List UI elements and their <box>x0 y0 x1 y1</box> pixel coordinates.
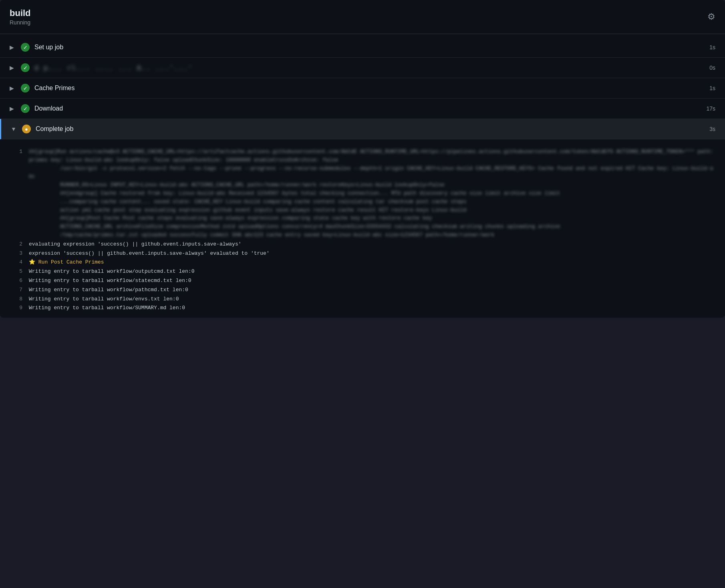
step-left: ▶ ✓ d p... rl... .... ... A.. ...'...' <box>10 63 193 72</box>
log-text: evaluating expression 'success() || gith… <box>29 240 242 249</box>
step-duration: 17s <box>706 105 715 112</box>
chevron-down-icon: ▼ <box>11 126 17 132</box>
step-label-blurred: d p... rl... .... ... A.. ...'...' <box>34 64 193 72</box>
step-left: ▶ ✓ Download <box>10 104 63 113</box>
step-item-complete-job[interactable]: ▼ ● Complete job 3s <box>0 119 725 139</box>
line-number: 8 <box>10 295 22 304</box>
log-line: 7 Writing entry to tarball workflow/path… <box>0 286 725 295</box>
log-line: 1 ##[group]Run actions/cache@v3 ACTIONS_… <box>0 147 725 240</box>
step-item-download[interactable]: ▶ ✓ Download 17s <box>0 99 725 119</box>
step-item-blurred[interactable]: ▶ ✓ d p... rl... .... ... A.. ...'...' 0… <box>0 58 725 78</box>
build-status: Running <box>10 19 31 26</box>
step-left: ▶ ✓ Set up job <box>10 43 63 52</box>
main-container: build Running ⚙ ▶ ✓ Set up job 1s ▶ ✓ d … <box>0 0 725 318</box>
log-line: 3 expression 'success() || github.event.… <box>0 249 725 258</box>
step-label: Set up job <box>34 44 63 51</box>
line-number: 4 <box>10 258 22 267</box>
log-text-blurred: ##[group]Run actions/cache@v3 ACTIONS_CA… <box>29 148 715 240</box>
status-running-icon: ● <box>22 125 31 133</box>
step-label: Cache Primes <box>34 85 75 92</box>
line-number: 1 <box>10 148 22 156</box>
step-item-cache-primes[interactable]: ▶ ✓ Cache Primes 1s <box>0 78 725 99</box>
log-text: Writing entry to tarball workflow/pathcm… <box>29 286 188 294</box>
log-line: 4 ⭐ Run Post Cache Primes <box>0 258 725 267</box>
chevron-right-icon: ▶ <box>10 105 16 112</box>
line-number: 7 <box>10 286 22 294</box>
chevron-right-icon: ▶ <box>10 85 16 91</box>
log-line: 8 Writing entry to tarball workflow/envs… <box>0 295 725 304</box>
step-duration: 0s <box>709 64 715 71</box>
page-title: build <box>10 8 31 18</box>
chevron-right-icon: ▶ <box>10 64 16 71</box>
status-success-icon: ✓ <box>21 63 30 72</box>
log-text: Writing entry to tarball workflow/SUMMAR… <box>29 304 185 312</box>
step-duration: 3s <box>709 126 715 132</box>
log-text-star: ⭐ Run Post Cache Primes <box>29 258 104 267</box>
status-success-icon: ✓ <box>21 104 30 113</box>
header: build Running ⚙ <box>0 0 725 34</box>
step-left: ▶ ✓ Cache Primes <box>10 84 75 93</box>
status-success-icon: ✓ <box>21 84 30 93</box>
line-number: 5 <box>10 268 22 276</box>
log-line: 2 evaluating expression 'success() || gi… <box>0 240 725 249</box>
log-line: 9 Writing entry to tarball workflow/SUMM… <box>0 304 725 313</box>
line-number: 3 <box>10 250 22 258</box>
log-text: expression 'success() || github.event.in… <box>29 250 270 258</box>
log-text: Writing entry to tarball workflow/output… <box>29 268 194 276</box>
log-output: 1 ##[group]Run actions/cache@v3 ACTIONS_… <box>0 143 725 318</box>
log-text: Writing entry to tarball workflow/statec… <box>29 277 191 285</box>
header-left: build Running <box>10 8 31 26</box>
steps-list: ▶ ✓ Set up job 1s ▶ ✓ d p... rl... .... … <box>0 34 725 143</box>
status-success-icon: ✓ <box>21 43 30 52</box>
step-label: Complete job <box>36 125 73 133</box>
chevron-right-icon: ▶ <box>10 44 16 50</box>
step-label: Download <box>34 105 63 112</box>
log-text: Writing entry to tarball workflow/envs.t… <box>29 295 179 304</box>
log-line: 6 Writing entry to tarball workflow/stat… <box>0 276 725 286</box>
line-number: 2 <box>10 240 22 249</box>
step-item-setup-job[interactable]: ▶ ✓ Set up job 1s <box>0 37 725 58</box>
log-line: 5 Writing entry to tarball workflow/outp… <box>0 267 725 276</box>
line-number: 6 <box>10 277 22 285</box>
step-left: ▼ ● Complete job <box>11 125 73 133</box>
line-number: 9 <box>10 304 22 312</box>
gear-icon[interactable]: ⚙ <box>707 12 715 22</box>
step-duration: 1s <box>709 85 715 91</box>
step-duration: 1s <box>709 44 715 50</box>
